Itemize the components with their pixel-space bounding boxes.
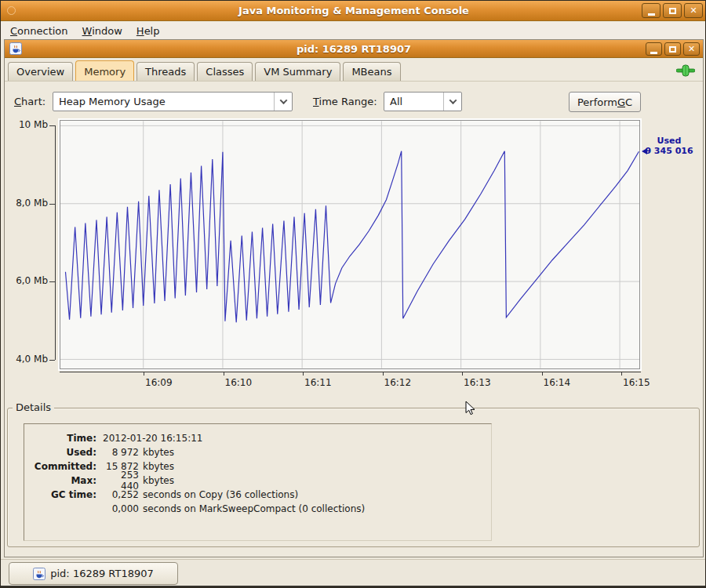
details-legend: Details <box>13 401 54 413</box>
frame-minimize-button[interactable] <box>646 42 662 56</box>
y-axis-tick <box>49 204 55 205</box>
chevron-glyph <box>279 96 287 104</box>
detail-number: 0,252 <box>101 489 139 500</box>
chevron-down-icon[interactable] <box>443 93 461 111</box>
detail-number: 253 440 <box>101 470 139 492</box>
connection-status-plug-icon <box>676 64 695 77</box>
x-axis-tick <box>462 372 463 376</box>
tab-classes[interactable]: Classes <box>197 62 253 81</box>
detail-label: Time: <box>29 433 96 444</box>
x-axis-tick-label: 16:11 <box>304 377 332 388</box>
status-bar: pid: 16289 RT18907 <box>1 559 706 586</box>
detail-label: GC time: <box>29 489 96 500</box>
y-axis-tick <box>49 360 55 361</box>
detail-label: Used: <box>29 447 96 458</box>
detail-row-gc-marksweep: 0,000 seconds on MarkSweepCompact (0 col… <box>29 502 491 516</box>
y-axis-tick <box>49 281 55 282</box>
x-axis-tick-label: 16:12 <box>384 377 412 388</box>
detail-row-max: Max: 253 440 kbytes <box>29 474 491 488</box>
x-axis-tick <box>303 372 304 376</box>
x-axis-tick-label: 16:14 <box>544 377 571 388</box>
time-range-label: Time Range: <box>313 96 377 107</box>
time-range-select[interactable]: All <box>384 92 462 111</box>
used-heap-series-line <box>65 151 639 323</box>
y-axis-tick-label: 8,0 Mb <box>1 198 48 209</box>
window-controls: ✕ <box>642 3 703 18</box>
used-series-annotation: Used 9 345 016 <box>639 136 699 156</box>
jconsole-window: Java Monitoring & Management Console ✕ C… <box>0 0 706 588</box>
detail-unit: kbytes <box>143 461 174 472</box>
details-panel: Time: 2012-01-20 16:15:11 Used: 8 972 kb… <box>24 423 492 541</box>
tab-threads[interactable]: Threads <box>136 62 195 81</box>
mouse-cursor <box>465 401 476 416</box>
x-axis-tick <box>144 372 144 376</box>
tab-vm-summary[interactable]: VM Summary <box>255 62 340 81</box>
x-axis-tick <box>542 372 543 376</box>
frame-maximize-button[interactable] <box>664 42 681 56</box>
chart-select[interactable]: Heap Memory Usage <box>53 92 293 111</box>
menu-help[interactable]: Help <box>135 25 162 37</box>
detail-label: Max: <box>29 475 96 486</box>
y-axis-tick-label: 4,0 Mb <box>1 354 48 365</box>
detail-unit: kbytes <box>143 475 174 486</box>
frame-title: pid: 16289 RT18907 <box>5 40 703 58</box>
connection-status-button[interactable]: pid: 16289 RT18907 <box>9 562 178 585</box>
window-titlebar: Java Monitoring & Management Console ✕ <box>1 1 706 21</box>
y-axis <box>55 125 56 360</box>
detail-row-time: Time: 2012-01-20 16:15:11 <box>29 431 491 445</box>
x-axis-tick-label: 16:13 <box>464 377 491 388</box>
series-end-marker-icon <box>642 148 647 154</box>
chevron-down-icon[interactable] <box>274 93 292 111</box>
tabbar: Overview Memory Threads Classes VM Summa… <box>5 59 703 82</box>
heap-usage-chart: Used 9 345 016 10 Mb8,0 Mb6,0 Mb4,0 Mb16… <box>1 118 706 390</box>
chevron-glyph <box>449 96 457 104</box>
chart-select-value: Heap Memory Usage <box>53 96 274 107</box>
frame-close-button[interactable]: ✕ <box>683 42 700 56</box>
time-range-value: All <box>384 96 443 107</box>
chart-label: Chart: <box>14 96 45 107</box>
connection-status-text: pid: 16289 RT18907 <box>50 568 154 579</box>
minimize-button[interactable] <box>642 3 661 18</box>
detail-label: Committed: <box>29 461 96 472</box>
perform-gc-button[interactable]: Perform GC <box>569 92 641 112</box>
detail-unit: seconds on Copy (36 collections) <box>143 489 298 500</box>
menu-window[interactable]: Window <box>81 25 124 37</box>
close-button[interactable]: ✕ <box>684 3 703 18</box>
x-axis <box>60 372 641 372</box>
maximize-icon <box>669 46 676 53</box>
detail-row-used: Used: 8 972 kbytes <box>29 445 491 459</box>
minimize-icon <box>650 52 657 54</box>
window-title: Java Monitoring & Management Console <box>1 1 706 21</box>
frame-controls: ✕ <box>646 42 700 56</box>
tab-overview[interactable]: Overview <box>8 62 73 81</box>
detail-number: 8 972 <box>101 447 139 458</box>
y-axis-tick <box>49 125 55 126</box>
details-groupbox: Details Time: 2012-01-20 16:15:11 Used: … <box>7 408 700 547</box>
x-axis-tick <box>621 372 622 376</box>
detail-number: 0,000 <box>101 503 139 514</box>
close-icon: ✕ <box>688 44 695 54</box>
menu-connection[interactable]: Connection <box>9 25 70 37</box>
detail-row-gc-copy: GC time: 0,252 seconds on Copy (36 colle… <box>29 488 491 502</box>
detail-unit: seconds on MarkSweepCompact (0 collectio… <box>143 503 365 514</box>
plot-area <box>60 120 640 369</box>
x-axis-tick <box>383 372 384 376</box>
y-axis-tick-label: 6,0 Mb <box>1 275 48 287</box>
maximize-button[interactable] <box>663 3 682 18</box>
used-series-value: 9 345 016 <box>639 146 699 156</box>
close-icon: ✕ <box>690 5 697 16</box>
plot-canvas <box>60 121 639 368</box>
minimize-icon <box>648 13 655 16</box>
x-axis-tick-label: 16:09 <box>145 377 173 388</box>
x-axis-tick-label: 16:10 <box>225 377 253 388</box>
tab-memory[interactable]: Memory <box>75 60 134 81</box>
detail-value: 2012-01-20 16:15:11 <box>103 433 202 444</box>
maximize-icon <box>669 8 676 14</box>
detail-unit: kbytes <box>143 447 174 458</box>
frame-titlebar: pid: 16289 RT18907 ✕ <box>5 40 703 58</box>
x-axis-tick-label: 16:15 <box>623 377 650 388</box>
tab-mbeans[interactable]: MBeans <box>343 62 400 81</box>
detail-row-committed: Committed: 15 872 kbytes <box>29 459 491 474</box>
used-series-label: Used <box>639 136 699 146</box>
java-icon <box>33 568 45 580</box>
